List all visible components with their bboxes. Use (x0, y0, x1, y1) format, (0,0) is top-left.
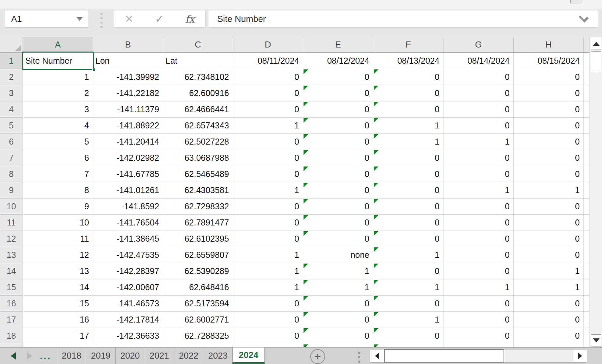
cell-F12[interactable]: 0 (373, 231, 443, 247)
cell-A13[interactable]: 12 (23, 247, 93, 263)
cell-C11[interactable]: 62.7891477 (163, 215, 233, 231)
cell-B4[interactable]: -141.11379 (93, 101, 163, 118)
cell-A6[interactable]: 5 (23, 134, 93, 150)
sheet-tab-2021[interactable]: 2021 (145, 347, 174, 364)
sheet-tab-2023[interactable]: 2023 (203, 347, 232, 364)
cell-E16[interactable]: 0 (303, 296, 373, 312)
cell-E12[interactable]: 0 (303, 231, 373, 247)
select-all-button[interactable] (0, 37, 23, 52)
cell-D17[interactable]: 0 (233, 312, 303, 328)
cell-C12[interactable]: 62.6102395 (163, 231, 233, 247)
cell-F3[interactable]: 0 (373, 85, 443, 101)
row-header-9[interactable]: 9 (0, 182, 23, 199)
cell-B3[interactable]: -141.22182 (93, 85, 163, 101)
sheet-tab-2024[interactable]: 2024 (232, 347, 265, 364)
cell-E17[interactable]: 0 (303, 312, 373, 328)
row-header-2[interactable]: 2 (0, 69, 23, 85)
tabbar-resize-handle[interactable] (358, 352, 360, 363)
cell-A3[interactable]: 2 (23, 85, 93, 101)
cell-D12[interactable]: 0 (233, 231, 303, 247)
cell-H15[interactable]: 1 (514, 279, 584, 296)
cell-H8[interactable]: 0 (514, 166, 584, 182)
cell-E15[interactable]: 1 (303, 279, 373, 296)
cell-D16[interactable]: 0 (233, 296, 303, 312)
vertical-scrollbar[interactable] (590, 37, 602, 347)
row-header-13[interactable]: 13 (0, 247, 23, 263)
cell-G14[interactable]: 0 (443, 263, 514, 279)
cell-H13[interactable]: 0 (514, 247, 584, 263)
cell-C18[interactable]: 62.7288325 (163, 328, 233, 344)
row-header-15[interactable]: 15 (0, 279, 23, 296)
cell-D10[interactable]: 0 (233, 199, 303, 215)
name-box[interactable]: A1 (5, 10, 88, 28)
cell-A4[interactable]: 3 (23, 101, 93, 118)
cell-C3[interactable]: 62.600916 (163, 85, 233, 101)
cell-B16[interactable]: -141.46573 (93, 296, 163, 312)
row-header-10[interactable]: 10 (0, 199, 23, 215)
sheet-tab-2019[interactable]: 2019 (86, 347, 115, 364)
cell-E3[interactable]: 0 (303, 85, 373, 101)
scroll-down-button[interactable] (591, 334, 601, 346)
cell-G5[interactable]: 0 (443, 118, 514, 134)
cell-E1[interactable]: 08/12/2024 (303, 53, 373, 69)
cell-C6[interactable]: 62.5027228 (163, 134, 233, 150)
cancel-icon[interactable]: ✕ (125, 13, 134, 25)
cell-E11[interactable]: 0 (303, 215, 373, 231)
scroll-up-button[interactable] (591, 38, 601, 50)
row-header-6[interactable]: 6 (0, 134, 23, 150)
cell-B2[interactable]: -141.39992 (93, 69, 163, 85)
row-header-1[interactable]: 1 (0, 53, 23, 69)
cell-F7[interactable]: 0 (373, 150, 443, 166)
cell-C13[interactable]: 62.6559807 (163, 247, 233, 263)
cell-F14[interactable]: 0 (373, 263, 443, 279)
cell-D1[interactable]: 08/11/2024 (233, 53, 303, 69)
cell-E7[interactable]: 0 (303, 150, 373, 166)
cell-H11[interactable]: 0 (514, 215, 584, 231)
cell-B5[interactable]: -141.88922 (93, 118, 163, 134)
cell-G12[interactable]: 0 (443, 231, 514, 247)
cell-C5[interactable]: 62.6574343 (163, 118, 233, 134)
cell-C14[interactable]: 62.5390289 (163, 263, 233, 279)
cell-B14[interactable]: -142.28397 (93, 263, 163, 279)
cell-B7[interactable]: -142.02982 (93, 150, 163, 166)
cell-C4[interactable]: 62.4666441 (163, 101, 233, 118)
cell-B9[interactable]: -141.01261 (93, 182, 163, 199)
cell-B12[interactable]: -141.38645 (93, 231, 163, 247)
cell-C9[interactable]: 62.4303581 (163, 182, 233, 199)
cell-E9[interactable]: 0 (303, 182, 373, 199)
cell-D9[interactable]: 1 (233, 182, 303, 199)
row-header-14[interactable]: 14 (0, 263, 23, 279)
cell-B6[interactable]: -141.20414 (93, 134, 163, 150)
row-header-12[interactable]: 12 (0, 231, 23, 247)
cell-F5[interactable]: 1 (373, 118, 443, 134)
cell-F9[interactable]: 0 (373, 182, 443, 199)
cell-C7[interactable]: 63.0687988 (163, 150, 233, 166)
cell-F2[interactable]: 0 (373, 69, 443, 85)
cell-D2[interactable]: 0 (233, 69, 303, 85)
cell-C17[interactable]: 62.6002771 (163, 312, 233, 328)
cell-A2[interactable]: 1 (23, 69, 93, 85)
cell-H17[interactable]: 0 (514, 312, 584, 328)
column-header-c[interactable]: C (163, 37, 233, 52)
cell-F4[interactable]: 0 (373, 101, 443, 118)
cell-F18[interactable]: 0 (373, 328, 443, 344)
cell-E18[interactable]: 0 (303, 328, 373, 344)
cell-D18[interactable]: 0 (233, 328, 303, 344)
cell-G6[interactable]: 1 (443, 134, 514, 150)
column-header-b[interactable]: B (93, 37, 163, 52)
cell-A17[interactable]: 16 (23, 312, 93, 328)
scroll-right-button[interactable] (573, 350, 587, 362)
cell-F17[interactable]: 1 (373, 312, 443, 328)
cell-A11[interactable]: 10 (23, 215, 93, 231)
cell-C8[interactable]: 62.5465489 (163, 166, 233, 182)
cell-H6[interactable]: 0 (514, 134, 584, 150)
cell-E2[interactable]: 0 (303, 69, 373, 85)
cell-E13[interactable]: none (303, 247, 373, 263)
formula-expand-icon[interactable] (579, 12, 589, 23)
tab-nav-left-icon[interactable] (11, 352, 16, 360)
cell-B18[interactable]: -142.36633 (93, 328, 163, 344)
cell-G17[interactable]: 0 (443, 312, 514, 328)
cell-C2[interactable]: 62.7348102 (163, 69, 233, 85)
sheet-tab-2020[interactable]: 2020 (115, 347, 145, 364)
cell-H4[interactable]: 0 (514, 101, 584, 118)
